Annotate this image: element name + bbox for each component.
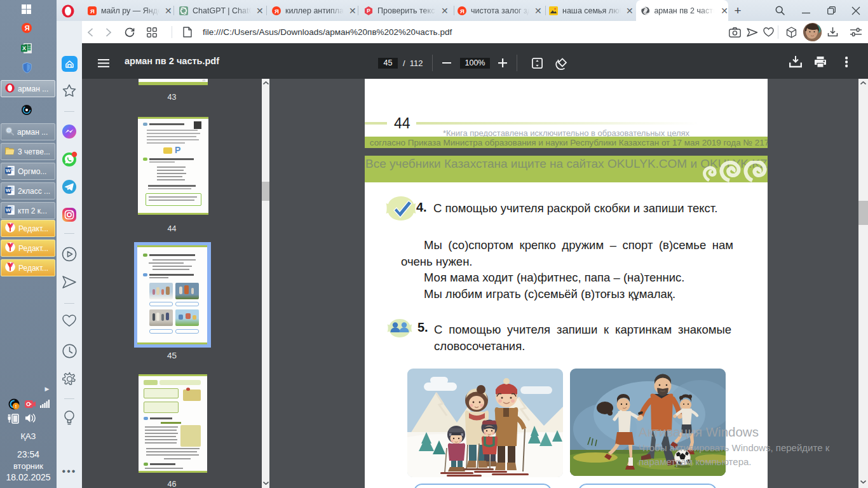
svg-text:Я: Я — [275, 7, 279, 14]
svg-text:W: W — [6, 168, 11, 173]
svg-text:Я: Я — [90, 7, 95, 14]
svg-text:Я: Я — [25, 24, 30, 32]
svg-text:X: X — [22, 45, 26, 51]
svg-text:W: W — [6, 207, 11, 213]
svg-text:Я: Я — [460, 7, 465, 14]
svg-text:!: ! — [15, 403, 17, 409]
svg-text:P: P — [367, 8, 370, 14]
svg-text:W: W — [6, 187, 11, 193]
